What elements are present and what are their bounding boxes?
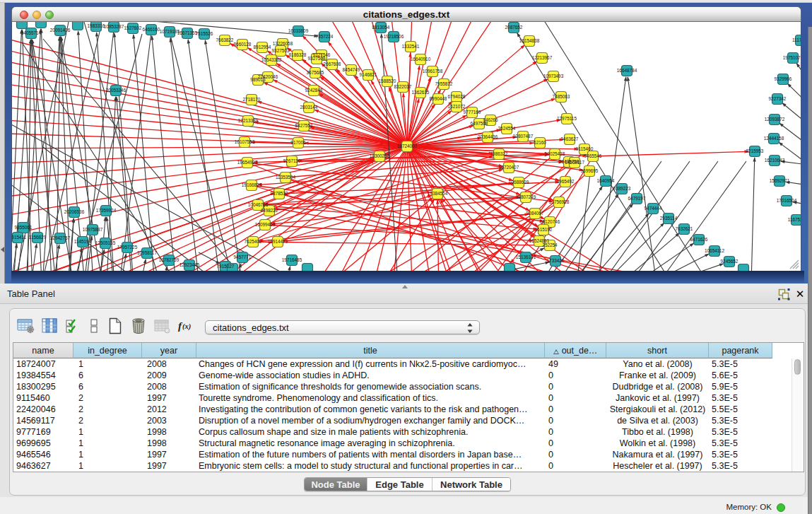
cell-year: 1997 [147, 449, 196, 460]
graph-node-label: 8912954 [254, 45, 271, 49]
splitter-collapse-icon[interactable] [1, 247, 4, 252]
network-canvas[interactable]: 1405571420091406198331610853287152760264… [11, 22, 801, 271]
graph-node-label: 8186328 [289, 52, 307, 57]
function-builder-button[interactable]: f(x) [175, 316, 196, 336]
new-column-button[interactable] [86, 316, 102, 336]
select-attributes-icon [64, 317, 81, 334]
table-scrollbar-thumb[interactable] [794, 359, 801, 375]
cell-year: 1998 [147, 426, 196, 438]
table-settings-button[interactable] [16, 316, 37, 336]
graph-node-label: 14055714 [21, 30, 42, 35]
cell-short: Dudbridge et al. (2008) [606, 381, 709, 392]
cell-short: Franke et al. (2009) [606, 370, 709, 381]
tab-node-table[interactable]: Node Table [305, 478, 367, 491]
cell-title: Embryonic stem cells: a model to study s… [199, 460, 545, 472]
graph-node-label: 10756928 [549, 199, 570, 204]
cell-out_de: 0 [548, 415, 606, 426]
window-titlebar[interactable]: citations_edges.txt [11, 6, 801, 22]
table-scrollbar[interactable] [792, 358, 802, 472]
graph-node[interactable] [73, 22, 83, 30]
graph-node[interactable] [505, 264, 515, 271]
cell-out_de: 0 [548, 404, 606, 415]
graph-node-label: 16120746 [540, 219, 560, 224]
graph-node-label: 8322037 [394, 84, 412, 89]
graph-node-label: 16099469 [255, 222, 276, 227]
cell-title: Structural magnetic resonance image aver… [199, 438, 545, 449]
cell-year: 1997 [147, 460, 196, 472]
combo-arrows-icon [466, 322, 473, 334]
table-row[interactable]: 911546021997Tourette syndrome. Phenomeno… [13, 392, 792, 404]
tab-network-table[interactable]: Network Table [433, 478, 510, 491]
control-panel-splitter[interactable] [0, 3, 5, 284]
graph-node-label: 8878532 [271, 191, 288, 196]
column-header-out_de[interactable]: out_de… [545, 343, 606, 358]
graph-node-label: 9474444 [645, 206, 662, 211]
graph-node-label: 10107553 [235, 139, 255, 144]
new-file-button[interactable] [105, 316, 126, 336]
table-row[interactable]: 977716911998Corpus callosum shape and si… [13, 426, 792, 438]
right-panel-splitter[interactable] [808, 27, 812, 514]
column-header-in_degree[interactable]: in_degree [73, 343, 142, 358]
graph-node-label: 7663822 [216, 37, 234, 42]
tab-edge-table[interactable]: Edge Table [367, 478, 433, 491]
cell-short: Hescheler et al. (1997) [606, 460, 709, 472]
cell-out_de: 0 [548, 426, 606, 438]
table-row[interactable]: 1938455462009Genome-wide association stu… [13, 370, 792, 381]
show-columns-button[interactable] [39, 316, 60, 336]
node-table-header[interactable]: namein_degreeyeartitleout_de…shortpagera… [13, 343, 804, 358]
delete-button[interactable] [128, 316, 149, 336]
column-header-pagerank[interactable]: pagerank [709, 343, 772, 358]
graph-node-label: 9146821 [360, 72, 377, 77]
cell-year: 2008 [147, 381, 196, 392]
float-window-icon[interactable] [777, 288, 790, 300]
cell-pagerank: 5.9E-5 [712, 381, 772, 392]
select-attributes-button[interactable] [62, 316, 83, 336]
graph-node-label: 2087652 [505, 25, 523, 30]
citation-network-graph[interactable]: 1405571420091406198331610853287152760264… [12, 22, 801, 271]
cell-title: Estimation of significance thresholds fo… [199, 381, 545, 392]
close-panel-icon[interactable]: ✕ [794, 288, 806, 300]
cell-pagerank: 5.6E-5 [712, 370, 772, 381]
import-table-button[interactable] [151, 316, 172, 336]
cell-in_degree: 6 [78, 370, 142, 381]
graph-node-label: 3915411 [12, 235, 27, 240]
graph-node-label: 9777169 [464, 110, 481, 115]
graph-node-label: 18724007 [397, 144, 418, 148]
graph-node-label: 15720407 [499, 165, 519, 170]
column-header-year[interactable]: year [142, 343, 196, 358]
node-table[interactable]: namein_degreeyeartitleout_de…shortpagera… [13, 342, 804, 472]
panel-collapse-handle-icon[interactable] [402, 285, 408, 288]
memory-ok-icon[interactable] [777, 503, 785, 512]
window-resize-grip-icon[interactable] [788, 258, 799, 269]
table-source-select[interactable]: citations_edges.txt [205, 320, 480, 334]
graph-node-label: 16648784 [617, 68, 637, 73]
table-row[interactable]: 946554611997Estimation of the future num… [13, 449, 792, 460]
graph-node-label: 14569117 [565, 160, 584, 165]
column-header-short[interactable]: short [606, 343, 709, 358]
graph-node-label: 10543382 [261, 57, 282, 62]
table-row[interactable]: 969969511998Structural magnetic resonanc… [13, 438, 792, 449]
svg-text:(x): (x) [182, 322, 191, 331]
graph-node[interactable] [36, 22, 47, 28]
table-row[interactable]: 1830029562008Estimation of significance … [13, 381, 792, 392]
table-toolbar: f(x) [16, 315, 198, 337]
graph-node-label: 7625402 [245, 239, 262, 244]
column-header-name[interactable]: name [13, 343, 73, 358]
table-settings-icon [17, 317, 35, 334]
table-row[interactable]: 1872400712008Changes of HCN gene express… [13, 358, 792, 370]
column-header-title[interactable]: title [196, 343, 545, 358]
graph-node-label: 1621072 [448, 104, 466, 109]
graph-node-label: 8427552 [295, 123, 313, 128]
graph-node[interactable] [17, 22, 28, 29]
graph-node-label: 12213389 [238, 118, 259, 123]
graph-node-label: 19716485 [282, 257, 302, 262]
graph-node-label: 8267110 [283, 158, 301, 163]
cell-in_degree: 6 [78, 381, 142, 392]
graph-node-label: 2935114 [660, 216, 678, 221]
table-row[interactable]: 946362711997Embryonic stem cells: a mode… [13, 460, 792, 472]
graph-node[interactable] [739, 264, 749, 271]
graph-node[interactable] [302, 264, 313, 271]
table-row[interactable]: 2242004622012Investigating the contribut… [13, 404, 792, 415]
cell-year: 2009 [147, 370, 196, 381]
table-row[interactable]: 1456911722003Disruption of a novel membe… [13, 415, 792, 426]
